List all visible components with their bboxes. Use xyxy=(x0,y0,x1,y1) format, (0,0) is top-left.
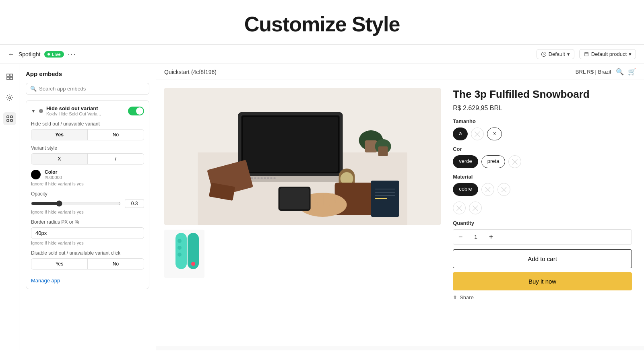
product-chevron-icon: ▾ xyxy=(629,51,632,57)
quantity-label: Quantity xyxy=(453,220,632,226)
size-x[interactable]: x xyxy=(487,128,502,140)
material-cobre[interactable]: cobre xyxy=(453,183,478,196)
default-product-dropdown[interactable]: Default product ▾ xyxy=(579,49,636,59)
material-options-row2 xyxy=(453,202,632,214)
disable-click-label: Disable sold out / unavailable variant c… xyxy=(31,250,144,256)
svg-rect-23 xyxy=(261,177,263,179)
main-product-image xyxy=(164,88,441,225)
sidebar-icon-blocks[interactable] xyxy=(3,112,16,125)
embed-item: ▼ Hide sold out variant Kokfy Hide Sold … xyxy=(26,100,149,289)
material-section: Material cobre xyxy=(453,174,632,214)
default-dropdown[interactable]: Default ▾ xyxy=(537,49,574,59)
svg-rect-46 xyxy=(375,195,395,196)
opacity-slider[interactable] xyxy=(31,200,121,207)
color-option-section: Cor verde preta xyxy=(453,146,632,168)
default-product-label: Default product xyxy=(591,51,627,57)
disable-click-toggle[interactable]: Yes No xyxy=(31,258,144,269)
hide-sold-out-label: Hide sold out / unavaible variant xyxy=(31,121,144,127)
size-a[interactable]: a xyxy=(453,128,468,140)
store-right: BRL R$ | Brazil 🔍 🛒 xyxy=(576,68,636,76)
color-label: Color xyxy=(45,169,62,175)
border-radius-section: Border radius PX or % Ignore if hide var… xyxy=(31,219,144,245)
svg-point-52 xyxy=(178,239,182,243)
page-title: Customize Style xyxy=(8,12,636,36)
product-thumbnails xyxy=(164,230,441,278)
share-row[interactable]: ⇧ Share xyxy=(453,294,632,300)
store-currency: BRL R$ | Brazil xyxy=(576,69,611,75)
qty-minus-button[interactable]: − xyxy=(453,230,468,244)
product-area: The 3p Fulfilled Snowboard R$ 2.629,95 B… xyxy=(156,80,644,346)
material-options: cobre xyxy=(453,183,632,196)
disable-yes-button[interactable]: Yes xyxy=(31,259,88,269)
page-header: Customize Style xyxy=(0,0,644,45)
svg-rect-14 xyxy=(243,117,338,172)
store-cart-icon[interactable]: 🛒 xyxy=(628,68,636,76)
store-name: Quickstart (4cf8f196) xyxy=(164,69,217,75)
add-to-cart-button[interactable]: Add to cart xyxy=(453,249,632,268)
variant-slash-button[interactable]: / xyxy=(88,154,144,164)
back-icon[interactable]: ← xyxy=(8,51,14,58)
variant-x-button[interactable]: X xyxy=(31,154,88,164)
desk-scene xyxy=(164,88,441,225)
color-note: Ignore if hide variant is yes xyxy=(31,181,144,186)
panel-title: App embeds xyxy=(26,70,149,77)
color-cross-1[interactable] xyxy=(508,155,521,168)
live-badge: Live xyxy=(44,51,64,58)
color-verde[interactable]: verde xyxy=(453,155,478,168)
search-input[interactable] xyxy=(39,86,145,92)
embed-toggle[interactable] xyxy=(128,107,144,115)
border-radius-label: Border radius PX or % xyxy=(31,219,144,225)
embed-name: Hide sold out variant xyxy=(46,105,101,111)
collapse-chevron-icon[interactable]: ▼ xyxy=(31,108,36,114)
store-header: Quickstart (4cf8f196) BRL R$ | Brazil 🔍 … xyxy=(156,64,644,80)
material-cross-3[interactable] xyxy=(453,202,466,214)
default-label: Default xyxy=(549,51,565,57)
svg-rect-9 xyxy=(10,119,12,121)
border-radius-input[interactable] xyxy=(31,227,144,239)
material-cross-2[interactable] xyxy=(497,183,510,196)
svg-rect-3 xyxy=(7,77,9,80)
color-swatch[interactable] xyxy=(31,170,41,179)
product-images xyxy=(156,80,449,346)
live-label: Live xyxy=(52,52,60,57)
hide-no-button[interactable]: No xyxy=(88,130,144,140)
share-label: Share xyxy=(460,294,474,300)
material-cross-1[interactable] xyxy=(481,183,494,196)
size-options: a x xyxy=(453,128,632,140)
material-cross-4[interactable] xyxy=(469,202,482,214)
color-section: Color #000000 Ignore if hide variant is … xyxy=(31,169,144,186)
variant-style-section: Variant style X / xyxy=(31,145,144,165)
hide-yes-button[interactable]: Yes xyxy=(31,130,88,140)
qty-plus-button[interactable]: + xyxy=(484,230,498,244)
size-cross-1[interactable] xyxy=(471,128,484,140)
search-box[interactable]: 🔍 xyxy=(26,83,149,95)
quantity-control: − 1 + xyxy=(453,229,632,245)
dots-menu[interactable]: ··· xyxy=(68,50,76,58)
manage-app-link[interactable]: Manage app xyxy=(31,278,60,284)
sidebar-icon-settings[interactable] xyxy=(3,91,16,104)
svg-point-5 xyxy=(8,97,10,99)
desk-svg xyxy=(164,88,441,225)
svg-point-53 xyxy=(178,246,182,250)
svg-rect-40 xyxy=(324,193,328,207)
default-chevron-icon: ▾ xyxy=(567,51,570,57)
left-panel: App embeds 🔍 ▼ Hide sold out variant Kok… xyxy=(19,64,156,350)
opacity-label: Opacity xyxy=(31,191,144,197)
svg-rect-20 xyxy=(251,177,253,179)
svg-rect-22 xyxy=(258,177,260,179)
disable-no-button[interactable]: No xyxy=(88,259,144,269)
buy-now-button[interactable]: Buy it now xyxy=(453,272,632,290)
thumbnail-1[interactable] xyxy=(164,230,204,278)
product-title: The 3p Fulfilled Snowboard xyxy=(453,88,632,101)
spotlight-label: Spotlight xyxy=(19,51,40,58)
variant-style-label: Variant style xyxy=(31,145,144,151)
variant-style-buttons[interactable]: X / xyxy=(31,153,144,165)
sidebar-icon-grid[interactable] xyxy=(3,70,16,83)
live-dot xyxy=(47,53,50,56)
size-label: Tamanho xyxy=(453,118,632,124)
svg-rect-27 xyxy=(274,177,276,179)
color-preta[interactable]: preta xyxy=(481,155,506,168)
hide-sold-out-toggle[interactable]: Yes No xyxy=(31,129,144,140)
store-search-icon[interactable]: 🔍 xyxy=(616,68,624,76)
disable-click-section: Disable sold out / unavailable variant c… xyxy=(31,250,144,269)
